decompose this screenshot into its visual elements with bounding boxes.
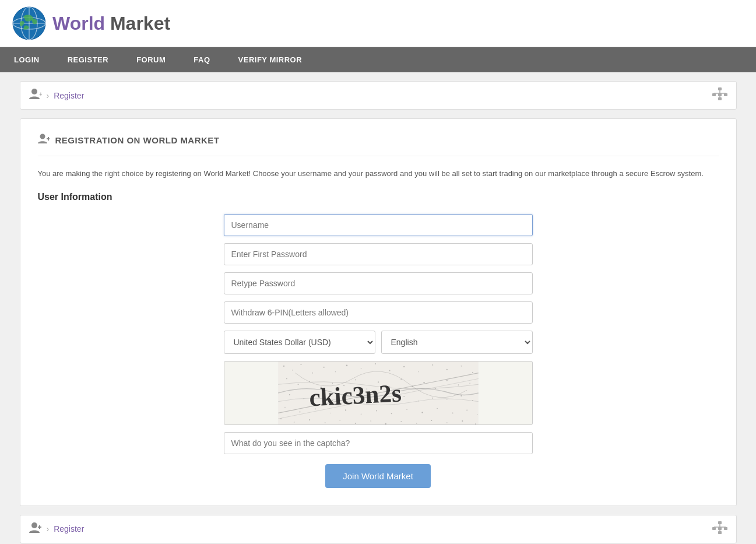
svg-point-64 [460,395,462,396]
breadcrumb-register-link-bottom[interactable]: Register [54,524,84,534]
svg-point-28 [389,370,390,371]
svg-point-78 [466,409,467,410]
svg-point-34 [472,371,473,373]
svg-point-79 [477,414,477,415]
svg-rect-100 [718,521,722,524]
globe-icon [12,6,47,41]
nav-faq[interactable]: FAQ [180,47,224,72]
svg-point-66 [284,407,286,408]
breadcrumb-left: + › Register [29,88,85,103]
breadcrumb-bar-top: + › Register [20,81,737,110]
svg-point-36 [297,384,298,385]
svg-point-92 [462,420,463,422]
svg-point-73 [391,413,392,414]
svg-point-20 [291,370,293,371]
svg-point-49 [446,380,447,381]
svg-point-50 [458,384,459,385]
breadcrumb-left-bottom: › Register [29,522,85,536]
selects-row: United States Dollar (USD) Bitcoin (BTC)… [224,331,533,354]
svg-point-32 [446,368,447,370]
retype-password-input[interactable] [224,272,533,294]
pin-input[interactable] [224,301,533,324]
svg-point-74 [406,409,407,410]
nav-register[interactable]: REGISTER [54,47,122,72]
sitemap-icon-top [712,87,727,103]
captcha-input[interactable] [224,432,533,454]
main-card: REGISTRATION ON WORLD MARKET You are mak… [20,118,737,506]
captcha-image: ckic3n2s [224,361,533,425]
svg-point-23 [323,367,324,368]
section-title: User Information [38,192,719,202]
svg-point-27 [375,363,376,364]
svg-point-69 [330,412,330,413]
svg-point-82 [309,419,310,420]
breadcrumb-arrow: › [47,91,50,100]
svg-point-86 [370,420,371,422]
svg-point-33 [460,366,462,367]
svg-point-83 [324,422,325,423]
card-user-add-icon [38,134,50,147]
svg-point-76 [437,408,438,409]
svg-point-77 [452,412,453,413]
svg-rect-106 [718,531,722,534]
svg-point-31 [432,364,433,366]
breadcrumb-bar-bottom: › Register [20,515,737,543]
svg-point-84 [339,420,340,420]
svg-point-52 [289,394,290,395]
nav-login[interactable]: LOGIN [0,47,54,72]
svg-rect-7 [718,87,722,90]
svg-point-91 [446,422,448,423]
svg-point-24 [335,371,335,372]
svg-point-15 [40,134,45,139]
svg-point-97 [31,522,37,528]
svg-point-67 [299,411,300,412]
svg-point-89 [416,423,417,423]
svg-point-25 [346,364,347,366]
svg-point-71 [360,413,361,415]
svg-point-62 [432,398,433,399]
svg-text:+: + [39,91,42,97]
sitemap-icon-bottom [712,521,727,537]
password-input[interactable] [224,243,533,265]
nav-forum[interactable]: FORUM [122,47,180,72]
breadcrumb-register-link[interactable]: Register [54,91,84,100]
svg-point-26 [360,368,361,369]
svg-point-19 [283,365,284,366]
svg-point-35 [286,378,287,379]
page-wrapper: + › Register [11,72,746,544]
breadcrumb-arrow-bottom: › [47,524,50,534]
svg-point-70 [344,409,346,410]
svg-point-85 [354,423,356,424]
join-button[interactable]: Join World Market [325,464,431,488]
site-header: World Market [0,0,756,47]
registration-form: United States Dollar (USD) Bitcoin (BTC)… [224,214,533,488]
nav-verify-mirror[interactable]: VERIFY MIRROR [224,47,317,72]
svg-point-22 [312,373,313,374]
svg-point-81 [293,422,294,423]
svg-point-29 [403,366,405,367]
intro-text: You are making the right choice by regis… [38,168,719,180]
svg-point-93 [475,423,476,424]
svg-point-5 [31,89,37,94]
svg-point-88 [400,421,402,422]
logo: World Market [12,6,170,41]
currency-select[interactable]: United States Dollar (USD) Bitcoin (BTC)… [224,331,375,354]
user-add-icon: + [29,88,42,103]
card-header: REGISTRATION ON WORLD MARKET [38,134,719,156]
svg-point-21 [300,364,301,365]
svg-point-72 [376,410,377,411]
username-input[interactable] [224,214,533,236]
main-nav: LOGIN REGISTER FORUM FAQ VERIFY MIRROR [0,47,756,72]
logo-text: World Market [52,13,170,34]
svg-point-60 [403,396,405,397]
svg-point-30 [418,371,419,372]
user-add-icon-bottom [29,522,42,536]
svg-point-51 [469,382,470,383]
svg-point-90 [431,420,432,421]
svg-point-75 [421,412,423,413]
svg-point-47 [423,382,424,383]
language-select[interactable]: English Spanish French German [381,331,533,354]
svg-point-41 [354,379,356,380]
card-title: REGISTRATION ON WORLD MARKET [55,135,220,145]
svg-rect-13 [718,97,722,100]
